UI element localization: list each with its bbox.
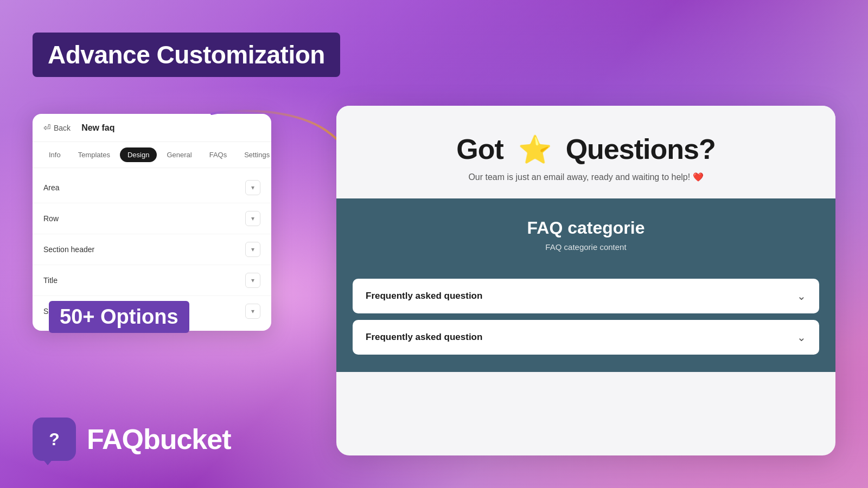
faq-chevron-2: ⌄ bbox=[797, 331, 806, 344]
back-label: Back bbox=[54, 124, 71, 132]
faq-preview-panel: Got ⭐ Questions? Our team is just an ema… bbox=[336, 106, 835, 455]
item-title-chevron: ▾ bbox=[245, 273, 260, 288]
item-row-chevron: ▾ bbox=[245, 211, 260, 226]
faq-question-text-2: Frequently asked question bbox=[366, 332, 482, 343]
options-text: 50+ Options bbox=[60, 305, 178, 328]
main-title-banner: Advance Customization bbox=[33, 33, 340, 77]
item-title[interactable]: Title ▾ bbox=[33, 265, 271, 296]
back-icon: ⏎ bbox=[43, 123, 50, 133]
faq-categorie-content: FAQ categorie content bbox=[358, 242, 814, 252]
faq-title-part1: Got bbox=[456, 133, 503, 165]
faq-question-item-2[interactable]: Frequently asked question ⌄ bbox=[353, 320, 819, 355]
tab-faqs[interactable]: FAQs bbox=[202, 147, 235, 162]
brand-logo: ? bbox=[33, 418, 76, 461]
faq-question-text-1: Frequently asked question bbox=[366, 291, 482, 301]
tab-templates[interactable]: Templates bbox=[71, 147, 118, 162]
item-section-header-chevron: ▾ bbox=[245, 242, 260, 257]
faq-subtitle: Our team is just an email away, ready an… bbox=[358, 172, 814, 182]
options-badge: 50+ Options bbox=[49, 301, 189, 333]
branding: ? FAQbucket bbox=[33, 418, 231, 461]
faq-chevron-1: ⌄ bbox=[797, 290, 806, 303]
item-title-label: Title bbox=[43, 276, 58, 285]
tab-settings[interactable]: Settings bbox=[237, 147, 271, 162]
faq-questions-section: Frequently asked question ⌄ Frequently a… bbox=[336, 268, 835, 372]
faq-star-emoji: ⭐ bbox=[518, 134, 551, 165]
faq-question-item-1[interactable]: Frequently asked question ⌄ bbox=[353, 279, 819, 313]
item-subtitle-chevron: ▾ bbox=[245, 304, 260, 319]
item-area-chevron: ▾ bbox=[245, 180, 260, 195]
faq-categorie-section: FAQ categorie FAQ categorie content bbox=[336, 198, 835, 268]
item-section-header[interactable]: Section header ▾ bbox=[33, 234, 271, 265]
item-row-label: Row bbox=[43, 214, 59, 223]
editor-tabs: Info Templates Design General FAQs Setti… bbox=[33, 142, 271, 168]
brand-logo-icon: ? bbox=[49, 429, 60, 450]
main-title-text: Advance Customization bbox=[48, 41, 325, 69]
faq-title-part2: Questions? bbox=[566, 133, 716, 165]
editor-title: New faq bbox=[81, 123, 114, 133]
item-row[interactable]: Row ▾ bbox=[33, 203, 271, 234]
item-area-label: Area bbox=[43, 183, 60, 192]
item-section-header-label: Section header bbox=[43, 245, 94, 254]
faq-main-title: Got ⭐ Questions? bbox=[358, 133, 814, 165]
back-button[interactable]: ⏎ Back bbox=[43, 123, 71, 133]
tab-info[interactable]: Info bbox=[41, 147, 68, 162]
faq-header-section: Got ⭐ Questions? Our team is just an ema… bbox=[336, 106, 835, 198]
brand-name: FAQbucket bbox=[87, 423, 231, 455]
item-area[interactable]: Area ▾ bbox=[33, 172, 271, 203]
tab-general[interactable]: General bbox=[159, 147, 199, 162]
editor-header: ⏎ Back New faq bbox=[33, 114, 271, 142]
faq-categorie-title: FAQ categorie bbox=[358, 218, 814, 238]
tab-design[interactable]: Design bbox=[120, 147, 157, 162]
editor-panel: ⏎ Back New faq Info Templates Design Gen… bbox=[33, 114, 271, 331]
